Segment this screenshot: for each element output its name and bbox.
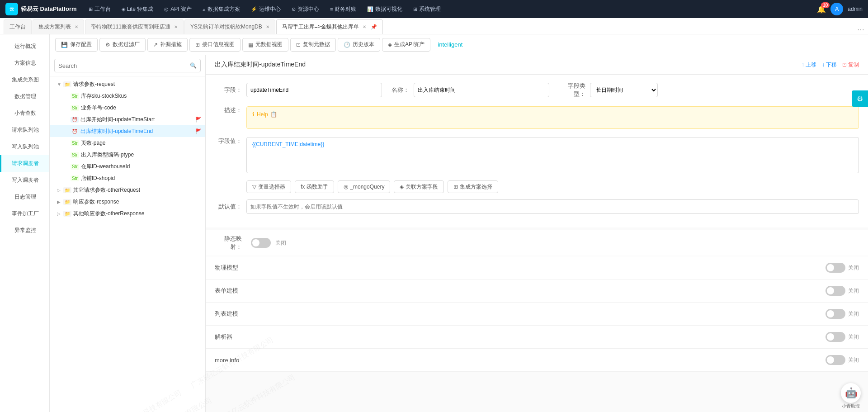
tab-close-mabang[interactable]: ✕ xyxy=(363,24,366,29)
sidebar-item-request-pool[interactable]: 请求队列池 xyxy=(0,122,49,138)
sidebar-item-run-overview[interactable]: 运行概况 xyxy=(0,38,49,55)
tree-node-warehouse-id[interactable]: Str 仓库ID-wearhouseId xyxy=(50,161,205,172)
tab-mabang[interactable]: 马帮手工出库=>金蝶其他出库单 ✕ 📌 xyxy=(276,19,383,34)
app-logo[interactable]: 云 轻易云 DataPlatform xyxy=(5,3,77,15)
nav-sysadmin[interactable]: ⊞ 系统管理 xyxy=(409,4,445,15)
list-model-toggle[interactable] xyxy=(826,309,845,319)
type-select[interactable]: 长日期时间 xyxy=(590,83,658,97)
sidebar-item-write-scheduler[interactable]: 写入调度者 xyxy=(0,172,49,189)
sidebar-item-solution-info[interactable]: 方案信息 xyxy=(0,55,49,71)
var-selector-button[interactable]: ▽ 变量选择器 xyxy=(246,180,291,193)
integration-select-button[interactable]: ⊞ 集成方案选择 xyxy=(448,180,498,193)
lite-icon: ◈ xyxy=(122,6,125,12)
notification-bell[interactable]: 🔔 10 xyxy=(817,5,826,14)
sidebar-item-xiao-query[interactable]: 小青查数 xyxy=(0,105,49,122)
field-input[interactable] xyxy=(246,83,382,97)
tree-flag-start: 🚩 xyxy=(195,117,202,123)
func-helper-button[interactable]: fx 函数助手 xyxy=(295,180,334,193)
tree-node-stock-skus[interactable]: Str 库存sku-stockSkus xyxy=(50,90,205,102)
gen-api-icon: ◈ xyxy=(388,42,392,48)
nav-lite[interactable]: ◈ Lite 轻集成 xyxy=(117,4,158,15)
content-area: 💾 保存配置 ⚙ 数据过滤厂 ↗ 补漏措施 ⊞ 接口信息视图 ▦ 元数据视图 ⊡ xyxy=(50,34,868,412)
nav-datavis[interactable]: 📊 数据可视化 xyxy=(363,4,407,15)
field-actions: ↑ 上移 ↓ 下移 ⊡ 复制 xyxy=(802,61,859,69)
move-down-button[interactable]: ↓ 下移 xyxy=(822,61,837,69)
api-info-button[interactable]: ⊞ 接口信息视图 xyxy=(189,38,241,52)
section-parser[interactable]: 解析器 关闭 xyxy=(206,326,868,349)
intelligent-button[interactable]: intelligent xyxy=(432,38,468,52)
fx-icon: fx xyxy=(301,184,305,190)
assoc-field-button[interactable]: ◈ 关联方案字段 xyxy=(394,180,444,193)
supplement-icon: ↗ xyxy=(153,42,158,48)
nav-datapipeline[interactable]: ⟁ 数据集成方案 xyxy=(198,4,245,15)
user-avatar[interactable]: A xyxy=(830,3,843,15)
save-config-button[interactable]: 💾 保存配置 xyxy=(55,38,98,52)
tree-node-other-request[interactable]: ▷ 📁 其它请求参数-otherRequest xyxy=(50,184,205,196)
data-filter-button[interactable]: ⚙ 数据过滤厂 xyxy=(99,38,146,52)
tree-node-end-time[interactable]: ⏰ 出库结束时间-updateTimeEnd 🚩 xyxy=(50,125,205,137)
search-input-wrap[interactable]: 🔍 xyxy=(54,59,201,72)
workbench-icon: ⊞ xyxy=(89,6,93,12)
static-mapping-toggle[interactable] xyxy=(251,238,271,248)
meta-view-button[interactable]: ▦ 元数据视图 xyxy=(242,38,288,52)
sidebar-item-data-mgmt[interactable]: 数据管理 xyxy=(0,88,49,105)
tree-node-request-params[interactable]: ▼ 📁 请求参数-request xyxy=(50,78,205,90)
tab-workbench[interactable]: 工作台 xyxy=(4,19,32,34)
mongo-query-button[interactable]: ◎ _mongoQuery xyxy=(338,180,390,193)
nav-resources[interactable]: ⊙ 资源中心 xyxy=(287,4,324,15)
tab-solution-list[interactable]: 集成方案列表 ✕ xyxy=(33,19,84,34)
gen-api-button[interactable]: ◈ 生成API资产 xyxy=(382,38,430,52)
section-form-model[interactable]: 表单建模 关闭 xyxy=(206,279,868,303)
tree-node-out-type[interactable]: Str 出入库类型编码-ptype xyxy=(50,149,205,161)
history-button[interactable]: 🕐 历史版本 xyxy=(338,38,380,52)
section-more-info[interactable]: more info 关闭 xyxy=(206,349,868,372)
toggle-knob xyxy=(252,239,259,246)
nav-api[interactable]: ◎ API 资产 xyxy=(160,4,196,15)
tab-temate[interactable]: 帝特物联111账套供应商到旺店通 ✕ xyxy=(85,19,184,34)
sidebar-item-write-pool[interactable]: 写入队列池 xyxy=(0,138,49,155)
split-layout: 🔍 ▼ 📁 请求参数-request Str xyxy=(50,55,868,412)
tree-node-response[interactable]: ▶ 📁 响应参数-response xyxy=(50,196,205,208)
gear-float-button[interactable]: ⚙ xyxy=(852,90,868,107)
tab-close-solution-list[interactable]: ✕ xyxy=(75,24,78,29)
search-input[interactable] xyxy=(58,59,190,72)
tree-type-str-5: Str xyxy=(71,164,79,170)
sidebar-item-request-scheduler[interactable]: 请求调度者 xyxy=(0,155,49,172)
chat-bubble[interactable]: 🤖 xyxy=(841,383,861,403)
replicate-button[interactable]: ⊡ 复制元数据 xyxy=(290,38,336,52)
description-area[interactable]: ℹ Help 📋 xyxy=(246,106,859,129)
right-panel: 出入库结束时间-updateTimeEnd ↑ 上移 ↓ 下移 ⊡ 复制 xyxy=(206,55,868,412)
tab-close-temate[interactable]: ✕ xyxy=(174,24,178,29)
section-list-model[interactable]: 列表建模 关闭 xyxy=(206,303,868,326)
tab-close-ys[interactable]: ✕ xyxy=(266,24,269,29)
copy-button[interactable]: ⊡ 复制 xyxy=(842,61,859,69)
value-editor[interactable]: {{CURRENT_TIME|datetime}} xyxy=(246,137,859,173)
tree-node-page[interactable]: Str 页数-page xyxy=(50,137,205,149)
section-physical-model[interactable]: 物理模型 关闭 xyxy=(206,256,868,279)
nav-ops[interactable]: ⚡ 运维中心 xyxy=(246,4,285,15)
sidebar-item-integration-graph[interactable]: 集成关系图 xyxy=(0,71,49,88)
parser-toggle[interactable] xyxy=(826,332,845,342)
chat-icon: 🤖 xyxy=(845,387,857,399)
tree-type-folder-2: 📁 xyxy=(63,187,71,193)
tree-node-start-time[interactable]: ⏰ 出库开始时间-updateTimeStart 🚩 xyxy=(50,114,205,125)
default-input[interactable] xyxy=(246,199,859,214)
tabs-more-icon[interactable]: ⋯ xyxy=(857,25,864,34)
tree-node-other-response[interactable]: ▷ 📁 其他响应参数-otherResponse xyxy=(50,208,205,219)
move-up-button[interactable]: ↑ 上移 xyxy=(802,61,816,69)
admin-label[interactable]: admin xyxy=(848,6,863,12)
physical-model-toggle[interactable] xyxy=(826,263,845,273)
form-model-toggle[interactable] xyxy=(826,286,845,296)
type-label: 字段类型： xyxy=(558,82,590,98)
sidebar-item-log-mgmt[interactable]: 日志管理 xyxy=(0,189,49,205)
sidebar-item-exception-monitor[interactable]: 异常监控 xyxy=(0,222,49,239)
nav-workbench[interactable]: ⊞ 工作台 xyxy=(84,4,115,15)
sidebar-item-event-factory[interactable]: 事件加工厂 xyxy=(0,205,49,222)
nav-finance[interactable]: ≡ 财务对账 xyxy=(326,4,361,15)
tab-ys-purchase[interactable]: YS采购订单对接帆软MongDB ✕ xyxy=(184,19,275,34)
more-info-toggle[interactable] xyxy=(826,355,845,365)
supplement-button[interactable]: ↗ 补漏措施 xyxy=(147,38,188,52)
name-input[interactable] xyxy=(414,83,549,97)
tree-node-shop-id[interactable]: Str 店铺ID-shopid xyxy=(50,172,205,184)
tree-node-biz-code[interactable]: Str 业务单号-code xyxy=(50,102,205,114)
